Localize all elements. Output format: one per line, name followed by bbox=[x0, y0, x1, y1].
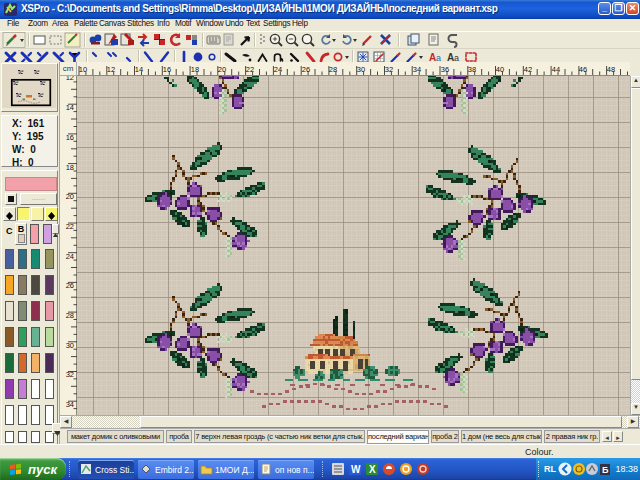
svg-text:24: 24 bbox=[274, 65, 282, 74]
svg-text:12: 12 bbox=[107, 65, 115, 74]
svg-text:18: 18 bbox=[191, 65, 199, 74]
svg-text:10: 10 bbox=[79, 65, 87, 74]
svg-text:W: W bbox=[351, 464, 361, 475]
svg-text:42: 42 bbox=[524, 65, 532, 74]
svg-text:34: 34 bbox=[66, 400, 74, 409]
svg-text:40: 40 bbox=[496, 65, 504, 74]
svg-text:48: 48 bbox=[607, 65, 615, 74]
svg-text:26: 26 bbox=[66, 281, 74, 290]
svg-text:28: 28 bbox=[66, 311, 74, 320]
svg-text:20: 20 bbox=[218, 65, 226, 74]
svg-text:14: 14 bbox=[135, 65, 143, 74]
svg-text:38: 38 bbox=[468, 65, 476, 74]
svg-text:22: 22 bbox=[246, 65, 254, 74]
svg-text:12: 12 bbox=[66, 76, 74, 82]
svg-text:Б: Б bbox=[602, 465, 609, 475]
svg-text:X: X bbox=[369, 464, 376, 475]
svg-text:32: 32 bbox=[385, 65, 393, 74]
svg-text:30: 30 bbox=[66, 341, 74, 350]
svg-text:32: 32 bbox=[66, 370, 74, 379]
svg-text:16: 16 bbox=[66, 133, 74, 142]
svg-text:24: 24 bbox=[66, 252, 74, 261]
svg-text:22: 22 bbox=[66, 222, 74, 231]
svg-text:46: 46 bbox=[579, 65, 587, 74]
svg-text:14: 14 bbox=[66, 103, 74, 112]
svg-text:44: 44 bbox=[552, 65, 560, 74]
svg-text:18: 18 bbox=[66, 163, 74, 172]
svg-text:30: 30 bbox=[357, 65, 365, 74]
svg-text:34: 34 bbox=[413, 65, 421, 74]
svg-text:26: 26 bbox=[302, 65, 310, 74]
svg-text:36: 36 bbox=[441, 65, 449, 74]
svg-text:16: 16 bbox=[163, 65, 171, 74]
svg-text:20: 20 bbox=[66, 192, 74, 201]
svg-text:28: 28 bbox=[329, 65, 337, 74]
